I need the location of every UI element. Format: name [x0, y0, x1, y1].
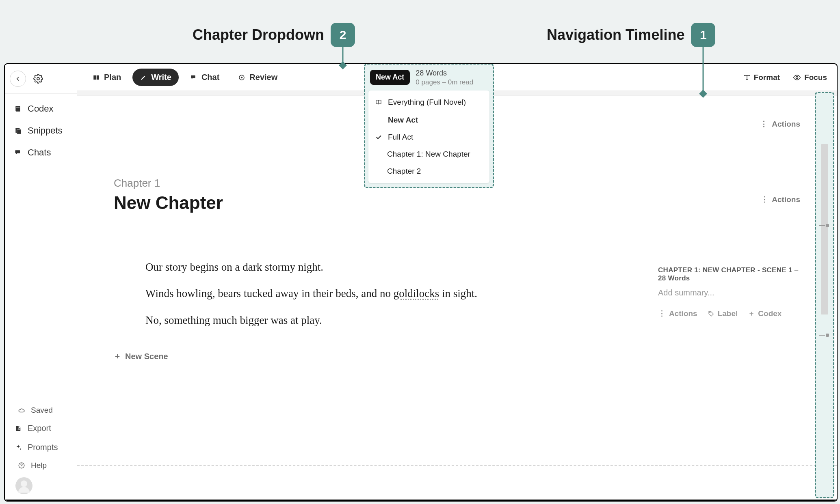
rail-item-prompts[interactable]: Prompts — [8, 438, 74, 457]
dropdown-item-full-act[interactable]: Full Act — [368, 129, 489, 146]
act-pill[interactable]: New Act — [370, 70, 410, 85]
gear-icon — [33, 74, 43, 84]
section-divider — [77, 465, 837, 466]
settings-button[interactable] — [30, 71, 46, 87]
tab-chat[interactable]: Chat — [183, 69, 227, 86]
scene-label-text: Label — [718, 309, 738, 318]
actions-label: Actions — [772, 195, 800, 204]
focus-button[interactable]: Focus — [791, 70, 829, 85]
arrow-left-icon — [14, 75, 22, 82]
help-icon — [17, 461, 26, 470]
app-frame: Codex Snippets Chats Saved Export — [4, 63, 838, 502]
plus-icon — [114, 353, 121, 360]
format-button[interactable]: Format — [742, 70, 782, 85]
sparkle-icon — [14, 443, 23, 452]
prose-paragraph[interactable]: Winds howling, bears tucked away in thei… — [145, 284, 519, 303]
tab-label: Plan — [104, 73, 121, 82]
back-button[interactable] — [10, 71, 26, 87]
rail-item-chats[interactable]: Chats — [8, 142, 74, 164]
rail-item-label: Export — [28, 424, 51, 433]
svg-point-8 — [796, 76, 798, 78]
svg-point-7 — [241, 76, 243, 78]
main-area: Plan Write Chat Review Format — [77, 64, 837, 501]
left-rail: Codex Snippets Chats Saved Export — [5, 64, 77, 501]
book-icon — [14, 104, 23, 113]
dropdown-item-label: Chapter 1: New Chapter — [387, 150, 470, 159]
page-read-stats: 0 pages – 0m read — [416, 78, 473, 86]
scene-summary-input[interactable]: Add summary... — [658, 288, 800, 297]
chapter-title[interactable]: New Chapter — [114, 193, 808, 213]
annotation-chapter-dropdown-label: Chapter Dropdown — [193, 26, 324, 43]
rail-item-label: Codex — [28, 103, 54, 114]
tab-plan[interactable]: Plan — [85, 69, 128, 86]
tab-label: Review — [249, 73, 277, 82]
dropdown-item-label: Full Act — [388, 133, 413, 142]
prose-paragraph[interactable]: Our story begins on a dark stormy night. — [145, 258, 519, 277]
word-count: 28 Words — [416, 69, 473, 78]
tab-review[interactable]: Review — [231, 69, 285, 86]
svg-rect-1 — [16, 107, 19, 108]
chat-icon — [190, 74, 197, 81]
scene-codex[interactable]: Codex — [748, 309, 782, 318]
scene-label[interactable]: Label — [708, 309, 738, 318]
scene-actions-label: Actions — [669, 309, 697, 318]
prose-text: Winds howling, bears tucked away in thei… — [145, 287, 394, 299]
prose-paragraph[interactable]: No, something much bigger was at play. — [145, 311, 519, 330]
pencil-icon — [140, 74, 147, 81]
new-scene-label: New Scene — [125, 352, 168, 361]
cloud-icon — [17, 406, 26, 415]
rail-item-saved[interactable]: Saved — [8, 402, 74, 419]
prose-editor[interactable]: Our story begins on a dark stormy night.… — [145, 258, 519, 330]
scene-meta: CHAPTER 1: NEW CHAPTER - SCENE 1 – 28 Wo… — [658, 266, 800, 318]
scene-title: CHAPTER 1: NEW CHAPTER - SCENE 1 — [658, 266, 792, 274]
annotation-badge-1: 1 — [691, 23, 715, 47]
scene-actions[interactable]: ⋮Actions — [658, 309, 697, 318]
act-actions[interactable]: ⋮ Actions — [760, 119, 800, 129]
timeline-segment[interactable] — [821, 144, 828, 314]
navigation-timeline[interactable] — [815, 92, 834, 498]
dropdown-item-everything[interactable]: Everything (Full Novel) — [368, 94, 489, 111]
dropdown-item-chapter-2[interactable]: Chapter 2 — [368, 163, 489, 180]
word-stats: 28 Words 0 pages – 0m read — [416, 69, 473, 86]
chats-icon — [14, 148, 23, 157]
chapter-actions[interactable]: ⋮ Actions — [761, 195, 800, 204]
rail-item-help[interactable]: Help — [8, 457, 74, 474]
annotation-badge-2-num: 2 — [340, 28, 346, 42]
more-vertical-icon: ⋮ — [761, 195, 769, 204]
tab-label: Write — [151, 73, 171, 82]
rail-item-codex[interactable]: Codex — [8, 98, 74, 120]
check-icon — [374, 134, 383, 141]
tag-icon — [708, 310, 714, 317]
rail-item-label: Chats — [28, 147, 51, 158]
focus-label: Focus — [804, 73, 827, 82]
plan-icon — [93, 74, 100, 81]
svg-point-5 — [21, 467, 22, 467]
tab-write[interactable]: Write — [132, 69, 179, 86]
svg-rect-3 — [17, 129, 21, 134]
tab-label: Chat — [201, 73, 219, 82]
format-label: Format — [754, 73, 780, 82]
annotation-badge-1-num: 1 — [700, 28, 707, 42]
type-icon — [743, 74, 751, 81]
scene-title-sep-char: – — [795, 266, 799, 274]
eye-icon — [793, 73, 801, 82]
annotation-navigation-timeline-label: Navigation Timeline — [547, 26, 684, 43]
timeline-marker[interactable] — [819, 335, 825, 336]
rail-item-snippets[interactable]: Snippets — [8, 120, 74, 142]
svg-point-9 — [709, 312, 710, 312]
new-scene-button[interactable]: New Scene — [114, 352, 808, 361]
dropdown-item-label: Everything (Full Novel) — [388, 98, 466, 107]
user-avatar[interactable] — [15, 477, 32, 494]
svg-point-0 — [37, 78, 39, 80]
scene-word-count: 28 Words — [658, 274, 690, 282]
rail-item-export[interactable]: Export — [8, 419, 74, 438]
dropdown-item-label: Chapter 2 — [387, 167, 421, 176]
spellcheck-word[interactable]: goldilocks — [394, 287, 439, 299]
actions-label: Actions — [772, 120, 800, 129]
annotation-badge-2: 2 — [331, 23, 355, 47]
timeline-marker[interactable] — [819, 225, 825, 226]
dropdown-act-header-label: New Act — [388, 116, 418, 125]
more-vertical-icon: ⋮ — [760, 119, 769, 129]
dropdown-item-chapter-1[interactable]: Chapter 1: New Chapter — [368, 146, 489, 163]
rail-item-label: Snippets — [28, 125, 63, 136]
